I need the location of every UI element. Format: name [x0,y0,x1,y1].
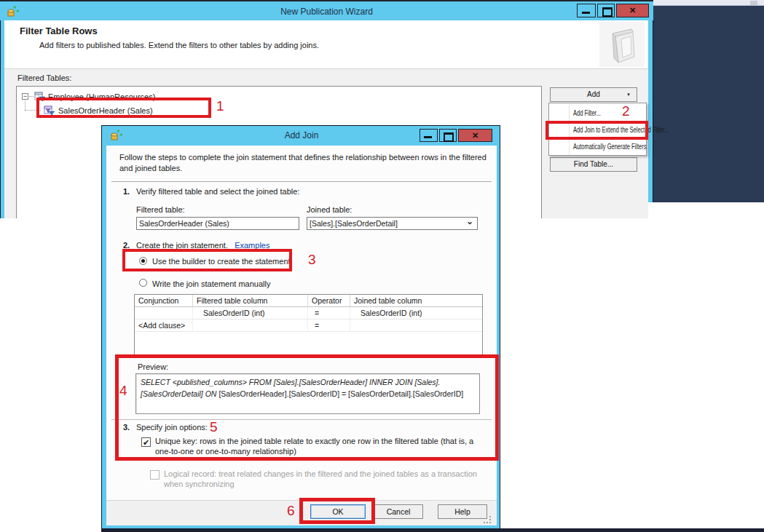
dialog-intro: Follow the steps to complete the join st… [119,152,492,174]
glass-cube-icon [599,22,645,67]
annotation-box-3 [122,249,292,271]
page-title: Filter Table Rows [20,25,98,36]
divider [111,181,492,182]
menu-item-label: Automatically Generate Filters [573,138,646,155]
annotation-digit-4: 4 [119,384,127,397]
maximize-icon [444,132,454,142]
wizard-right-border [648,20,653,202]
collapse-icon: − [23,92,27,100]
annotation-digit-5: 5 [210,420,218,434]
logical-record-label: Logical record: treat related changes in… [164,469,495,489]
grid-header: Conjunction [135,295,193,307]
wizard-maximize-button[interactable] [597,4,615,17]
wizard-minimize-button[interactable] [577,4,596,17]
joined-table-label: Joined table: [307,205,352,214]
dialog-maximize-button[interactable] [439,129,457,142]
help-button[interactable]: Help [438,504,487,519]
wizard-titlebar[interactable]: New Publication Wizard ✕ [0,0,653,20]
annotation-box-1 [36,98,211,118]
close-icon: ✕ [472,131,479,140]
wizard-window-title: New Publication Wizard [0,2,653,21]
chevron-down-icon[interactable]: ⌄ [466,217,473,227]
radio-write-manually[interactable] [139,279,147,287]
joined-table-value: [Sales].[SalesOrderDetail] [310,219,398,228]
cancel-button-label: Cancel [387,507,411,516]
find-table-button-label: Find Table... [574,160,613,168]
step1-label: Verify filtered table and select the joi… [136,187,299,196]
add-button[interactable]: Add ▼ [550,87,637,102]
grid-header: Operator [308,295,350,307]
grid-header: Joined table column [350,295,482,307]
grid-header: Filtered table column [193,295,308,307]
grid-cell[interactable]: SalesOrderID (int) [193,307,308,319]
filtered-table-label: Filtered table: [136,205,185,214]
grid-cell[interactable]: = [308,307,350,319]
bottom-dark-strip [101,528,764,532]
close-icon: ✕ [629,6,636,15]
help-button-label: Help [454,507,470,516]
annotation-box-6 [299,498,375,524]
annotation-digit-3: 3 [308,253,316,266]
background-toolbar-strip [653,0,764,6]
minimize-icon [582,12,590,14]
annotation-digit-6: 6 [287,504,295,517]
dialog-close-button[interactable]: ✕ [458,129,492,142]
tree-connector-v [25,100,25,110]
minimize-icon [424,136,432,138]
menu-item-label: Add Filter... [573,105,601,122]
wizard-close-button[interactable]: ✕ [616,4,649,17]
annotation-box-4 [115,354,499,461]
join-builder-grid[interactable]: Conjunction Filtered table column Operat… [134,294,483,355]
background-scrollbar-nub[interactable] [750,1,757,5]
annotation-digit-1: 1 [216,99,224,113]
grid-cell[interactable]: = [308,319,350,332]
annotation-box-2 [546,121,648,140]
joined-table-combobox[interactable]: [Sales].[SalesOrderDetail] ⌄ [307,217,478,230]
object-explorer-panel [653,6,764,202]
page-description: Add filters to published tables. Extend … [39,41,319,49]
dropdown-arrow-icon: ▼ [626,88,631,101]
dialog-minimize-button[interactable] [420,129,438,142]
grid-cell[interactable]: <Add clause> [135,319,193,332]
find-table-button[interactable]: Find Table... [550,157,637,172]
menu-item-add-filter[interactable]: Add Filter... [549,105,646,122]
radio-write-manually-label[interactable]: Write the join statement manually [152,279,270,288]
grid-cell[interactable] [193,319,308,332]
step1-number: 1. [123,187,130,196]
resize-grip[interactable] [484,516,491,523]
annotation-digit-2: 2 [622,104,630,118]
grid-cell[interactable]: SalesOrderID (int) [350,307,482,319]
tree-connector-h1 [29,96,34,97]
grid-cell[interactable] [135,307,193,319]
filtered-tables-label: Filtered Tables: [17,74,71,82]
cancel-button[interactable]: Cancel [374,504,423,519]
filtered-table-input[interactable]: SalesOrderHeader (Sales) [136,217,299,230]
tree-expander-employee[interactable]: − [22,93,28,100]
add-join-dialog: Add Join ✕ Follow the steps to complete … [101,125,500,529]
logical-record-checkbox [150,470,160,480]
add-button-label: Add [587,90,600,98]
screenshot-root: New Publication Wizard ✕ Filter Table Ro… [0,0,764,532]
maximize-icon [602,7,613,17]
menu-item-auto-generate[interactable]: Automatically Generate Filters [549,138,646,155]
grid-cell[interactable] [350,319,482,332]
wizard-header: Filter Table Rows Add filters to publish… [4,20,648,68]
